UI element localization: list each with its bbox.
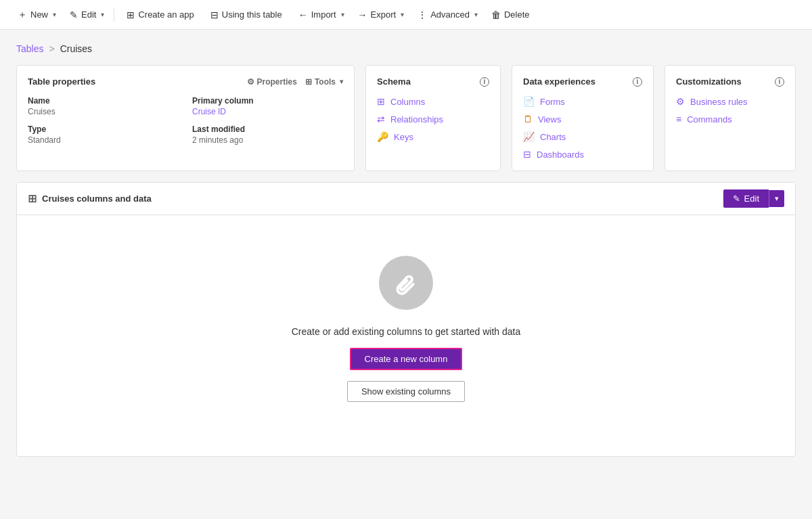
relationships-icon: ⇄ xyxy=(377,114,385,125)
customizations-info-icon: i xyxy=(775,77,784,87)
delete-button[interactable]: 🗑 Delete xyxy=(484,5,537,24)
dashboards-label: Dashboards xyxy=(537,150,584,160)
using-this-table-button[interactable]: ⊟ Using this table xyxy=(204,5,289,24)
last-modified-label: Last modified xyxy=(192,125,343,134)
edit-label: Edit xyxy=(81,9,96,20)
table-properties-card: Table properties ⚙ Properties ⊞ Tools ▾ … xyxy=(16,65,355,171)
import-button[interactable]: ← Import ▾ xyxy=(292,5,348,24)
prop-primary-column: Primary column Cruise ID xyxy=(192,96,343,116)
dashboards-link[interactable]: ⊟ Dashboards xyxy=(523,149,642,160)
keys-icon: 🔑 xyxy=(377,131,388,142)
create-app-label: Create an app xyxy=(138,9,194,20)
create-new-column-button[interactable]: Create a new column xyxy=(350,348,463,370)
charts-label: Charts xyxy=(540,132,566,142)
using-table-label: Using this table xyxy=(222,9,282,20)
views-label: Views xyxy=(538,114,561,125)
export-label: Export xyxy=(371,9,397,20)
properties-action[interactable]: ⚙ Properties xyxy=(247,77,297,87)
edit-dropdown-arrow: ▾ xyxy=(101,11,104,18)
import-dropdown-arrow: ▾ xyxy=(341,11,344,18)
empty-state: Create or add existing columns to get st… xyxy=(17,215,795,456)
relationships-label: Relationships xyxy=(390,114,443,125)
toolbar-separator-1 xyxy=(114,8,114,22)
main-toolbar: ＋ New ▾ ✎ Edit ▾ ⊞ Create an app ⊟ Using… xyxy=(0,0,812,30)
tools-action[interactable]: ⊞ Tools ▾ xyxy=(305,77,343,87)
name-label: Name xyxy=(28,96,179,106)
commands-link[interactable]: ≡ Commands xyxy=(676,114,784,125)
table-properties-actions: ⚙ Properties ⊞ Tools ▾ xyxy=(247,77,343,87)
main-content: Tables > Cruises Table properties ⚙ Prop… xyxy=(0,30,812,519)
import-label: Import xyxy=(311,9,336,20)
export-button[interactable]: → Export ▾ xyxy=(351,5,409,24)
show-existing-columns-button[interactable]: Show existing columns xyxy=(347,381,465,402)
new-button[interactable]: ＋ New ▾ xyxy=(11,5,60,25)
business-rules-icon: ⚙ xyxy=(676,96,685,107)
data-edit-dropdown-button[interactable]: ▾ xyxy=(769,190,784,207)
data-edit-button[interactable]: ✎ Edit xyxy=(723,189,769,208)
using-table-icon: ⊟ xyxy=(210,9,219,20)
customizations-header: Customizations i xyxy=(676,76,784,87)
dashboards-icon: ⊟ xyxy=(523,149,531,160)
primary-column-value[interactable]: Cruise ID xyxy=(192,107,343,116)
empty-icon-circle xyxy=(379,256,433,310)
properties-icon: ⚙ xyxy=(247,77,254,87)
table-properties-title: Table properties xyxy=(28,76,95,87)
schema-links: ⊞ Columns ⇄ Relationships 🔑 Keys xyxy=(377,96,489,142)
schema-title: Schema xyxy=(377,76,411,87)
data-experiences-links: 📄 Forms 🗒 Views 📈 Charts ⊟ Dashboards xyxy=(523,96,642,160)
paperclip-icon xyxy=(394,271,418,295)
relationships-link[interactable]: ⇄ Relationships xyxy=(377,114,489,125)
views-icon: 🗒 xyxy=(523,114,533,125)
export-icon: → xyxy=(358,9,367,20)
type-value: Standard xyxy=(28,135,179,145)
table-properties-header: Table properties ⚙ Properties ⊞ Tools ▾ xyxy=(28,76,343,87)
data-section-title-area: ⊞ Cruises columns and data xyxy=(28,192,152,205)
breadcrumb: Tables > Cruises xyxy=(16,43,796,54)
tools-label: Tools xyxy=(315,77,336,87)
empty-state-message: Create or add existing columns to get st… xyxy=(292,326,521,337)
edit-icon: ✎ xyxy=(70,9,78,20)
columns-link[interactable]: ⊞ Columns xyxy=(377,96,489,107)
forms-link[interactable]: 📄 Forms xyxy=(523,96,642,107)
advanced-icon: ⋮ xyxy=(418,9,427,20)
data-edit-label: Edit xyxy=(744,194,759,204)
business-rules-label: Business rules xyxy=(690,97,748,107)
type-label: Type xyxy=(28,125,179,134)
charts-link[interactable]: 📈 Charts xyxy=(523,131,642,142)
export-dropdown-arrow: ▾ xyxy=(401,11,404,18)
import-icon: ← xyxy=(298,9,308,20)
data-section-edit-area: ✎ Edit ▾ xyxy=(723,189,784,208)
keys-label: Keys xyxy=(394,132,413,142)
data-experiences-title: Data experiences xyxy=(523,76,595,87)
new-dropdown-arrow: ▾ xyxy=(53,11,56,18)
new-label: New xyxy=(30,9,48,20)
schema-info-icon: i xyxy=(480,77,489,87)
business-rules-link[interactable]: ⚙ Business rules xyxy=(676,96,784,107)
create-app-icon: ⊞ xyxy=(127,9,135,20)
data-experiences-info-icon: i xyxy=(633,77,642,87)
data-section: ⊞ Cruises columns and data ✎ Edit ▾ Crea… xyxy=(16,182,796,457)
properties-label: Properties xyxy=(257,77,297,87)
customizations-links: ⚙ Business rules ≡ Commands xyxy=(676,96,784,125)
create-app-button[interactable]: ⊞ Create an app xyxy=(120,5,200,24)
breadcrumb-parent-link[interactable]: Tables xyxy=(16,43,43,54)
views-link[interactable]: 🗒 Views xyxy=(523,114,642,125)
edit-button[interactable]: ✎ Edit ▾ xyxy=(63,5,108,24)
schema-header: Schema i xyxy=(377,76,489,87)
tools-dropdown-arrow: ▾ xyxy=(340,78,343,85)
schema-card: Schema i ⊞ Columns ⇄ Relationships 🔑 Key… xyxy=(365,65,501,171)
advanced-button[interactable]: ⋮ Advanced ▾ xyxy=(411,5,482,24)
data-section-header: ⊞ Cruises columns and data ✎ Edit ▾ xyxy=(17,183,795,215)
advanced-label: Advanced xyxy=(430,9,470,20)
columns-icon: ⊞ xyxy=(377,96,385,107)
keys-link[interactable]: 🔑 Keys xyxy=(377,131,489,142)
data-edit-icon: ✎ xyxy=(733,194,740,204)
delete-icon: 🗑 xyxy=(491,9,501,20)
customizations-card: Customizations i ⚙ Business rules ≡ Comm… xyxy=(664,65,796,171)
plus-icon: ＋ xyxy=(18,9,27,21)
forms-icon: 📄 xyxy=(523,96,535,107)
forms-label: Forms xyxy=(540,97,565,107)
charts-icon: 📈 xyxy=(523,131,535,142)
table-icon: ⊞ xyxy=(28,192,37,205)
columns-label: Columns xyxy=(390,97,425,107)
